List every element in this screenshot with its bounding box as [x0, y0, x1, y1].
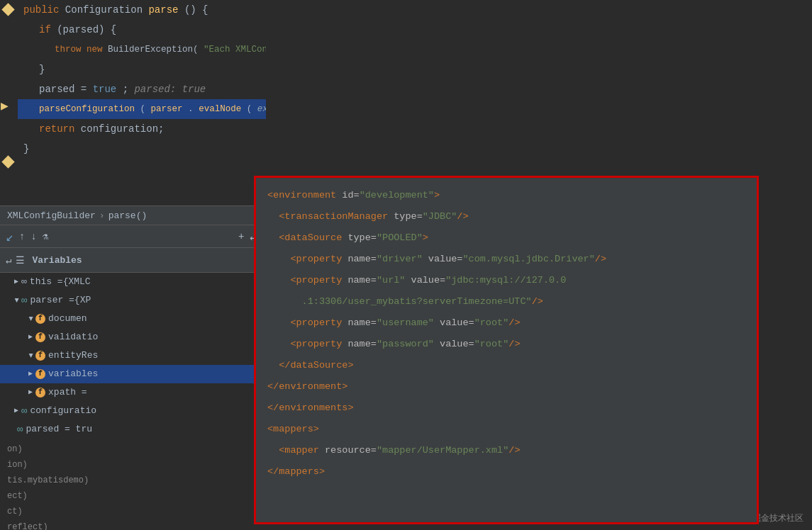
field-badge-validation: f [35, 332, 45, 342]
var-name-xpath: xpath = [48, 383, 87, 402]
xml-line-10: </environments> [267, 397, 745, 419]
breakpoint-diamond [1, 3, 14, 16]
variables-panel-header: ↵ ☰ Variables [0, 248, 262, 273]
var-variables[interactable]: ▶ f variables [0, 365, 262, 383]
var-name-parsed: parsed = tru [26, 420, 92, 439]
code-line-3: throw new BuilderException( "Each XMLCon… [18, 40, 266, 60]
stack-item-5[interactable]: ct) [0, 504, 262, 519]
expand-arrow-variables: ▶ [28, 365, 33, 383]
var-parsed[interactable]: ∞ parsed = tru [0, 420, 262, 439]
var-configuration[interactable]: ▶ ∞ configuratio [0, 402, 262, 420]
breadcrumb-class: XMLConfigBuilder [7, 210, 96, 221]
var-document[interactable]: ▶ f documen [0, 310, 262, 328]
breadcrumb-method: parse() [109, 210, 148, 221]
stack-item-3[interactable]: tis.mybatisdemo) [0, 473, 262, 488]
var-xpath[interactable]: ▶ f xpath = [0, 383, 262, 402]
stack-item-6[interactable]: reflect) [0, 519, 262, 530]
xml-line-8: </dataSource> [267, 355, 745, 376]
field-badge-xpath: f [35, 388, 45, 397]
editor-area: ▶ public Configuration parse () { if (pa… [0, 0, 812, 530]
expand-arrow-document: ▶ [21, 317, 40, 321]
infinity-configuration: ∞ [21, 402, 27, 420]
step-over-down-icon[interactable]: ↓ [30, 231, 36, 242]
panel-expand-icon[interactable]: ↵ [6, 254, 11, 266]
code-editor: public Configuration parse () { if (pars… [18, 0, 266, 205]
var-name-validation: validatio [48, 328, 98, 346]
xml-line-5b: .1:3306/user_mybatis?serverTimezone=UTC"… [267, 291, 745, 312]
xml-line-5: <property name="url" value="jdbc:mysql:/… [267, 270, 745, 291]
xml-line-12: <mapper resource="mapper/UserMapper.xml"… [267, 440, 745, 461]
var-parser[interactable]: ▶ ∞ parser = {XP [0, 291, 262, 310]
gutter: ▶ [0, 0, 18, 205]
expand-arrow-validation: ▶ [28, 328, 33, 346]
xml-line-9: </environment> [267, 376, 745, 397]
var-value-this: {XMLC [63, 273, 91, 291]
code-line-7: return configuration; [18, 119, 266, 139]
xml-line-13: </mappers> [267, 461, 745, 483]
var-name-parser: parser = [30, 291, 74, 310]
xml-line-7: <property name="password" value="root"/> [267, 334, 745, 355]
code-line-1: public Configuration parse () { [18, 0, 266, 20]
xml-line-2: <transactionManager type="JDBC"/> [267, 206, 745, 227]
variables-list: ▶ ∞ this = {XMLC ▶ ∞ parser = {XP ▶ f do… [0, 273, 262, 530]
infinity-parsed: ∞ [17, 420, 23, 439]
expand-arrow-parser: ▶ [7, 298, 26, 303]
var-this[interactable]: ▶ ∞ this = {XMLC [0, 273, 262, 291]
code-line-4: } [18, 60, 266, 79]
list-icon: ☰ [16, 254, 25, 266]
xml-popup: <environment id="development"> <transact… [254, 176, 759, 524]
xml-line-11: <mappers> [267, 419, 745, 440]
var-name-variables: variables [48, 365, 98, 383]
stack-item-2[interactable]: ion) [0, 457, 262, 473]
expand-arrow-configuration: ▶ [14, 402, 18, 420]
breadcrumb-separator: › [99, 210, 105, 221]
stack-item-4[interactable]: ect) [0, 488, 262, 504]
step-over-up-icon[interactable]: ↑ [19, 231, 25, 242]
debug-toolbar: ↙ ↑ ↓ ⚗ + ↵ [0, 225, 262, 248]
debug-arrow: ▶ [1, 98, 9, 113]
var-value-parser: {XP [74, 291, 91, 310]
step-into-icon[interactable]: ↙ [6, 229, 13, 244]
xml-line-4: <property name="driver" value="com.mysql… [267, 249, 745, 270]
variables-label: Variables [32, 255, 82, 266]
field-badge-variables: f [35, 369, 45, 379]
xml-line-1: <environment id="development"> [267, 185, 745, 206]
var-name-configuration: configuratio [30, 402, 96, 420]
code-line-6: parseConfiguration ( parser . evalNode (… [18, 99, 266, 119]
xml-line-6: <property name="username" value="root"/> [267, 312, 745, 334]
breadcrumb-bar: XMLConfigBuilder › parse() [0, 205, 262, 225]
code-line-5: parsed = true ; parsed: true [18, 79, 266, 99]
filter-icon[interactable]: ⚗ [43, 230, 48, 242]
call-stack-items: on) ion) tis.mybatisdemo) ect) ct) refle… [0, 441, 262, 530]
var-entityres[interactable]: ▶ f entityRes [0, 346, 262, 365]
expand-arrow-xpath: ▶ [28, 383, 33, 402]
code-line-8: } [18, 139, 266, 159]
expand-arrow-this: ▶ [14, 273, 18, 291]
var-name-entityres: entityRes [48, 346, 98, 365]
var-name-document: documen [48, 310, 87, 328]
var-validation[interactable]: ▶ f validatio [0, 328, 262, 346]
add-watch-icon[interactable]: + [238, 231, 244, 242]
expand-arrow-entityres: ▶ [21, 354, 40, 358]
stack-item-1[interactable]: on) [0, 441, 262, 457]
infinity-this: ∞ [21, 273, 27, 291]
breakpoint-diamond-2 [1, 155, 14, 168]
code-line-2: if (parsed) { [18, 20, 266, 40]
var-name-this: this = [30, 273, 63, 291]
xml-line-3: <dataSource type="POOLED"> [267, 227, 745, 249]
